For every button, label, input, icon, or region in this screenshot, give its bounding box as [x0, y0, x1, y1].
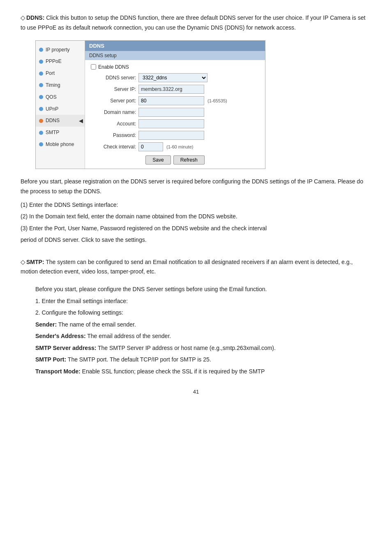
pppoe-dot: [39, 60, 43, 64]
check-interval-input[interactable]: [138, 142, 163, 151]
sidebar-item-upnp-label: UPnP: [46, 106, 58, 113]
ddns-sidebar: IP property PPPoE Port Timing QOS UPnP D…: [36, 41, 85, 169]
ddns-active-arrow: ◀: [79, 117, 83, 125]
ddns-server-select[interactable]: 3322_ddns: [138, 73, 208, 82]
check-interval-label: Check interval:: [91, 144, 136, 150]
smtp-step-2: 2. Configure the following settings:: [35, 308, 371, 318]
sidebar-item-pppoe-label: PPPoE: [46, 58, 62, 65]
sidebar-item-smtp[interactable]: SMTP: [36, 127, 85, 139]
ddns-bullet: ◇: [21, 14, 25, 21]
domain-name-label: Domain name:: [91, 109, 136, 115]
qos-dot: [39, 95, 43, 99]
transport-mode-term: Transport Mode:: [35, 368, 81, 375]
smtp-term-transport: Transport Mode: Enable SSL function; ple…: [35, 366, 371, 377]
ddns-server-row: DDNS server: 3322_ddns: [91, 73, 259, 82]
server-ip-value: members.3322.org: [138, 85, 204, 94]
ip-property-dot: [39, 48, 43, 52]
smtp-term-sender-address: Sender's Address: The email address of t…: [35, 331, 371, 341]
sidebar-item-timing-label: Timing: [46, 82, 60, 89]
server-port-row: Server port: 80 (1-65535): [91, 96, 259, 105]
ddns-server-label: DDNS server:: [91, 75, 136, 81]
sidebar-item-qos[interactable]: QOS: [36, 91, 85, 103]
account-input[interactable]: [138, 119, 204, 128]
panel-subtitle: DDNS setup: [85, 51, 265, 60]
server-ip-label: Server IP:: [91, 86, 136, 92]
smtp-section: ◇SMTP: The system can be configured to s…: [21, 257, 371, 377]
ddns-panel: IP property PPPoE Port Timing QOS UPnP D…: [35, 40, 265, 169]
smtp-step-1: 1. Enter the Email settings interface:: [35, 296, 371, 306]
smtp-server-address-desc: The SMTP Server IP address or host name …: [98, 345, 276, 351]
sidebar-item-ddns[interactable]: DDNS ◀: [36, 115, 85, 127]
smtp-bullet: ◇: [21, 258, 25, 265]
sidebar-item-port-label: Port: [46, 70, 55, 77]
server-ip-row: Server IP: members.3322.org: [91, 85, 259, 94]
smtp-term-server-address: SMTP Server address: The SMTP Server IP …: [35, 343, 371, 353]
smtp-port-desc: The SMTP port. The default TCP/IP port f…: [68, 356, 211, 363]
sidebar-item-ip-property[interactable]: IP property: [36, 44, 85, 56]
password-input[interactable]: [138, 131, 204, 140]
smtp-term-port: SMTP Port: The SMTP port. The default TC…: [35, 354, 371, 365]
ddns-intro-section: ◇DDNS: Click this button to setup the DD…: [21, 12, 371, 33]
smtp-port-term: SMTP Port:: [35, 356, 66, 363]
sidebar-item-smtp-label: SMTP: [46, 129, 59, 136]
sidebar-item-upnp[interactable]: UPnP: [36, 103, 85, 115]
smtp-before-start: Before you start, please configure the D…: [35, 284, 371, 294]
sender-term: Sender:: [35, 321, 57, 328]
password-label: Password:: [91, 132, 136, 138]
panel-title: DDNS: [85, 41, 265, 51]
domain-name-input[interactable]: [138, 108, 204, 117]
button-row: Save Refresh: [91, 155, 259, 164]
ddns-main-panel: DDNS DDNS setup Enable DDNS DDNS server:…: [85, 41, 265, 169]
ddns-label: DDNS:: [26, 14, 44, 21]
ddns-instructions: Before you start, please registration on…: [21, 176, 371, 245]
save-button[interactable]: Save: [145, 155, 171, 164]
check-interval-row: Check interval: (1-60 minute): [91, 142, 259, 151]
sender-address-desc: The email address of the sender.: [87, 333, 171, 339]
server-port-input[interactable]: 80: [138, 96, 204, 105]
ddns-intro-text: Click this button to setup the DDNS func…: [21, 14, 365, 31]
server-port-label: Server port:: [91, 98, 136, 104]
enable-ddns-label[interactable]: Enable DDNS: [98, 64, 129, 70]
enable-ddns-row: Enable DDNS: [91, 64, 259, 70]
before-start-text: Before you start, please registration on…: [21, 176, 371, 197]
check-interval-hint: (1-60 minute): [166, 144, 193, 149]
step-2: (2) In the Domain text field, enter the …: [21, 211, 371, 222]
account-row: Account:: [91, 119, 259, 128]
transport-mode-desc: Enable SSL function; please check the SS…: [82, 368, 265, 375]
sidebar-item-port[interactable]: Port: [36, 67, 85, 79]
sender-address-term: Sender's Address:: [35, 333, 86, 339]
sidebar-item-ip-property-label: IP property: [46, 46, 69, 53]
server-port-hint: (1-65535): [208, 98, 227, 103]
smtp-dot: [39, 131, 43, 135]
sidebar-item-mobile-phone-label: Moble phone: [46, 141, 74, 148]
smtp-intro-text: The system can be configured to send an …: [21, 259, 353, 275]
account-label: Account:: [91, 121, 136, 127]
panel-content: Enable DDNS DDNS server: 3322_ddns Serve…: [85, 60, 265, 169]
sidebar-item-timing[interactable]: Timing: [36, 79, 85, 91]
smtp-server-address-term: SMTP Server address:: [35, 345, 96, 351]
mobile-phone-dot: [39, 142, 43, 146]
sidebar-item-qos-label: QOS: [46, 94, 57, 101]
smtp-intro-para: ◇SMTP: The system can be configured to s…: [21, 257, 371, 277]
port-dot: [39, 72, 43, 76]
step-3-line2: period of DDNS server. Click to save the…: [21, 235, 371, 245]
page-number: 41: [21, 389, 371, 395]
refresh-button[interactable]: Refresh: [173, 155, 205, 164]
domain-name-row: Domain name:: [91, 108, 259, 117]
enable-ddns-checkbox[interactable]: [91, 64, 96, 70]
ddns-dot: [39, 119, 43, 123]
sidebar-item-pppoe[interactable]: PPPoE: [36, 56, 85, 67]
upnp-dot: [39, 107, 43, 111]
smtp-term-sender: Sender: The name of the email sender.: [35, 320, 371, 330]
sidebar-item-mobile-phone[interactable]: Moble phone: [36, 139, 85, 151]
smtp-label: SMTP:: [26, 259, 44, 265]
timing-dot: [39, 83, 43, 87]
sidebar-item-ddns-label: DDNS: [46, 117, 60, 124]
ddns-intro-para: ◇DDNS: Click this button to setup the DD…: [21, 12, 371, 33]
sender-desc: The name of the email sender.: [58, 321, 136, 328]
step-3-line1: (3) Enter the Port, User Name, Password …: [21, 223, 371, 234]
password-row: Password:: [91, 131, 259, 140]
step-1: (1) Enter the DDNS Settings interface:: [21, 200, 371, 210]
